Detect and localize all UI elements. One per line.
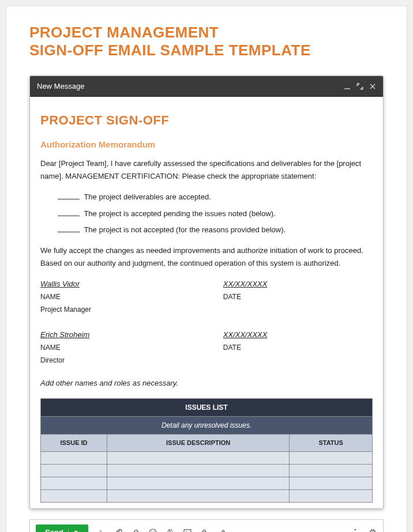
sig2-name-label: NAME — [40, 344, 61, 352]
image-icon[interactable] — [183, 528, 192, 532]
table-row — [41, 477, 373, 490]
col-issue-desc: ISSUE DESCRIPTION — [107, 435, 290, 452]
option-3-text: The project is not accepted (for the rea… — [84, 225, 286, 234]
section-heading: PROJECT SIGN-OFF — [40, 110, 373, 131]
sig2-date-label: DATE — [223, 344, 241, 352]
sig2-role: Director — [40, 356, 65, 364]
sig2-date: XX/XX/XXXX — [223, 329, 281, 341]
sig2-name: Erich Stroheim — [40, 329, 156, 341]
sig1-date: XX/XX/XXXX — [223, 278, 281, 290]
expand-icon[interactable] — [356, 83, 363, 90]
issues-title: ISSUES LIST — [41, 398, 373, 416]
table-row — [41, 452, 373, 465]
signature-2: Erich Stroheim NAME Director XX/XX/XXXX … — [40, 329, 373, 367]
email-window: New Message PROJECT SIGN-OFF Authorizati… — [29, 76, 384, 509]
lock-clock-icon[interactable] — [200, 528, 209, 532]
option-2-text: The project is accepted pending the issu… — [84, 209, 275, 218]
col-status: STATUS — [290, 435, 373, 452]
acceptance-text: We fully accept the changes as needed im… — [40, 244, 373, 270]
sig1-name-label: NAME — [40, 293, 61, 301]
option-3: The project is not accepted (for the rea… — [58, 224, 373, 236]
header-title: New Message — [37, 82, 84, 90]
sig1-role: Project Manager — [40, 305, 91, 314]
issues-table: ISSUES LIST Detail any unresolved issues… — [40, 398, 373, 503]
sig1-name: Wallis Vidor — [40, 278, 156, 290]
trash-icon[interactable] — [368, 528, 377, 532]
option-2: The project is accepted pending the issu… — [58, 207, 373, 220]
compose-toolbar: Send ▼ A — [29, 519, 384, 532]
certification-options: The project deliverables are accepted. T… — [58, 191, 373, 236]
send-button[interactable]: Send ▼ — [36, 525, 88, 532]
table-row — [41, 465, 373, 477]
title-line-2: SIGN-OFF EMAIL SAMPLE TEMPLATE — [29, 41, 311, 59]
col-issue-id: ISSUE ID — [41, 435, 107, 452]
signature-1: Wallis Vidor NAME Project Manager XX/XX/… — [40, 278, 373, 316]
attach-icon[interactable] — [114, 528, 123, 532]
window-controls — [344, 83, 376, 90]
svg-text:A: A — [98, 529, 103, 532]
note-text: Add other names and roles as necessary. — [40, 377, 373, 390]
svg-rect-8 — [184, 530, 191, 532]
emoji-icon[interactable] — [148, 528, 157, 532]
close-icon[interactable] — [369, 83, 376, 90]
table-row — [41, 490, 373, 503]
link-icon[interactable] — [131, 528, 140, 532]
format-icon[interactable]: A — [96, 528, 106, 532]
option-1-text: The project deliverables are accepted. — [84, 193, 211, 201]
intro-text: Dear [Project Team], I have carefully as… — [40, 157, 373, 183]
minimize-icon[interactable] — [344, 83, 351, 90]
pen-icon[interactable] — [217, 528, 227, 532]
send-label: Send — [45, 528, 63, 532]
title-line-1: PROJECT MANAGEMENT — [29, 24, 219, 41]
drive-icon[interactable] — [166, 528, 175, 532]
svg-point-5 — [149, 529, 156, 532]
email-body: PROJECT SIGN-OFF Authorization Memorandu… — [30, 97, 383, 508]
option-1: The project deliverables are accepted. — [58, 191, 373, 203]
sub-heading: Authorization Memorandum — [40, 137, 373, 152]
more-icon[interactable] — [351, 528, 360, 532]
svg-point-12 — [355, 529, 356, 530]
send-caret-icon[interactable]: ▼ — [68, 529, 79, 532]
document-page: PROJECT MANAGEMENT SIGN-OFF EMAIL SAMPLE… — [6, 6, 407, 532]
page-title: PROJECT MANAGEMENT SIGN-OFF EMAIL SAMPLE… — [29, 24, 384, 59]
email-header: New Message — [30, 76, 383, 97]
issues-subtitle: Detail any unresolved issues. — [41, 416, 373, 434]
sig1-date-label: DATE — [223, 293, 241, 301]
